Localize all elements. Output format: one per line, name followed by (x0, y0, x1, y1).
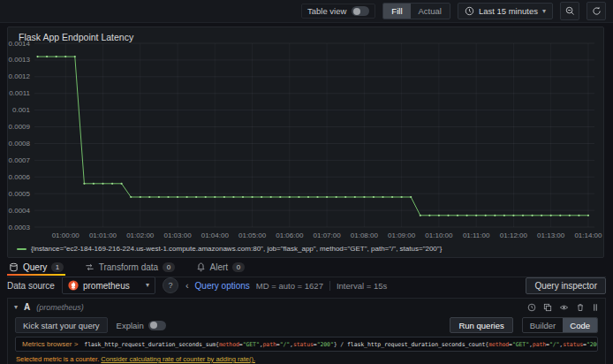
latency-chart[interactable]: 0.00140.00130.00120.00110.0010.00090.000… (8, 27, 603, 243)
duplicate-icon[interactable] (543, 303, 552, 312)
tab-query-count: 1 (51, 262, 63, 272)
svg-text:0.0004: 0.0004 (9, 207, 31, 215)
eye-icon[interactable] (559, 303, 569, 312)
interval-summary: Interval = 15s (337, 281, 387, 291)
zoom-out-button[interactable] (560, 2, 579, 20)
chart-legend[interactable]: {instance="ec2-184-169-216-224.us-west-1… (17, 245, 442, 253)
svg-text:0.001: 0.001 (12, 106, 31, 114)
actual-button[interactable]: Actual (411, 4, 450, 19)
svg-text:0.0012: 0.0012 (9, 72, 31, 80)
svg-text:0.0003: 0.0003 (9, 224, 31, 231)
code-option[interactable]: Code (563, 318, 597, 332)
tab-alert-label: Alert (210, 262, 229, 272)
svg-text:01:12:00: 01:12:00 (500, 231, 528, 239)
zoom-out-icon (565, 6, 575, 16)
datasource-help-button[interactable]: ? (163, 277, 178, 293)
clock-icon (465, 6, 474, 16)
transform-icon (85, 262, 95, 272)
query-code-field[interactable]: Metrics browser > flask_http_request_dur… (15, 337, 598, 352)
svg-text:0.0007: 0.0007 (9, 156, 31, 164)
warning-rate-link[interactable]: Consider calculating rate of counter by … (101, 355, 255, 363)
svg-text:01:01:00: 01:01:00 (89, 231, 117, 239)
kick-start-query-button[interactable]: Kick start your query (15, 317, 108, 333)
chevron-left-icon: ‹ (185, 281, 189, 291)
explain-group: Explain (117, 321, 166, 330)
top-toolbar: Table view Fill Actual Last 15 minutes ▾ (0, 0, 613, 23)
svg-text:01:13:00: 01:13:00 (537, 231, 565, 239)
legend-series-label: {instance="ec2-184-169-216-224.us-west-1… (31, 245, 442, 253)
datasource-select[interactable]: prometheus ▾ (62, 277, 155, 294)
fill-button[interactable]: Fill (383, 4, 410, 19)
svg-text:0.0005: 0.0005 (9, 190, 31, 198)
counter-warning: Selected metric is a counter. Consider c… (8, 354, 605, 364)
editor-tabs: Query 1 Transform data 0 Alert 0 (7, 262, 606, 277)
collapse-chevron-icon[interactable]: ▾ (14, 304, 18, 311)
query-row-header[interactable]: ▾ A (prometheus) (8, 299, 605, 315)
svg-text:01:05:00: 01:05:00 (238, 231, 267, 239)
svg-text:01:04:00: 01:04:00 (201, 231, 230, 239)
panel-title: Flask App Endpoint Latency (19, 32, 133, 42)
svg-text:01:00:00: 01:00:00 (52, 231, 80, 239)
tab-transform-label: Transform data (99, 262, 158, 272)
svg-text:01:09:00: 01:09:00 (388, 231, 416, 239)
tab-alert-count: 0 (232, 262, 244, 272)
history-icon[interactable] (527, 303, 536, 312)
grafana-panel-editor: Table view Fill Actual Last 15 minutes ▾ (0, 0, 613, 364)
svg-text:01:03:00: 01:03:00 (163, 231, 192, 239)
query-toolbar-row: Kick start your query Explain Run querie… (8, 315, 605, 336)
metrics-browser-toggle[interactable]: Metrics browser > (22, 340, 78, 348)
warning-text: Selected metric is a counter. (16, 355, 99, 363)
query-ref-id: A (24, 302, 30, 312)
refresh-icon (592, 6, 602, 16)
builder-code-toggle: Builder Code (522, 317, 598, 333)
svg-text:01:07:00: 01:07:00 (314, 231, 342, 239)
query-editor-section: ▾ A (prometheus) (7, 298, 606, 364)
query-datasource-hint: (prometheus) (36, 303, 84, 312)
query-expression[interactable]: flask_http_request_duration_seconds_sum{… (84, 341, 598, 348)
table-view-toggle[interactable] (352, 6, 369, 16)
trash-icon[interactable] (576, 303, 585, 312)
active-tab-underline (7, 274, 65, 276)
divider (329, 281, 330, 291)
database-icon (9, 262, 19, 272)
table-view-label: Table view (307, 6, 346, 16)
bell-icon (196, 262, 206, 272)
query-inspector-button[interactable]: Query inspector (526, 277, 606, 294)
legend-swatch (17, 248, 26, 250)
explain-toggle[interactable] (148, 321, 166, 330)
table-view-group: Table view (301, 4, 375, 19)
svg-text:01:10:00: 01:10:00 (425, 231, 453, 239)
run-queries-button[interactable]: Run queries (450, 317, 512, 333)
explain-label: Explain (117, 321, 144, 330)
tab-transform-data[interactable]: Transform data 0 (83, 262, 177, 275)
svg-text:0.0009: 0.0009 (9, 123, 31, 131)
query-options-group: ‹ Query options MD = auto = 1627 Interva… (185, 281, 387, 291)
svg-text:0.0011: 0.0011 (9, 89, 30, 97)
chevron-down-icon: ▾ (146, 282, 149, 289)
svg-text:0.0006: 0.0006 (9, 173, 31, 181)
builder-option[interactable]: Builder (523, 318, 564, 332)
query-options-toggle[interactable]: Query options (195, 281, 250, 291)
prometheus-icon (68, 280, 79, 291)
latency-panel: Flask App Endpoint Latency 0.00140.00130… (7, 27, 604, 258)
help-icon: ? (168, 281, 172, 290)
svg-text:01:11:00: 01:11:00 (463, 231, 490, 239)
svg-text:01:06:00: 01:06:00 (276, 231, 304, 239)
chevron-down-icon: ▾ (542, 8, 546, 15)
tab-query[interactable]: Query 1 (7, 262, 65, 275)
svg-text:01:02:00: 01:02:00 (126, 231, 155, 239)
datasource-label: Data source (7, 281, 55, 291)
time-range-label: Last 15 minutes (479, 6, 538, 16)
tab-alert[interactable]: Alert 0 (194, 262, 246, 275)
drag-handle-icon[interactable] (592, 303, 599, 312)
max-data-points-summary: MD = auto = 1627 (256, 281, 323, 291)
tab-query-label: Query (23, 262, 47, 272)
svg-text:0.0013: 0.0013 (9, 56, 31, 64)
time-range-picker[interactable]: Last 15 minutes ▾ (458, 3, 553, 19)
svg-text:01:14:00: 01:14:00 (574, 231, 602, 239)
refresh-button[interactable] (587, 2, 606, 20)
svg-text:0.0008: 0.0008 (9, 140, 31, 148)
tab-transform-count: 0 (163, 262, 174, 272)
svg-text:01:08:00: 01:08:00 (351, 231, 379, 239)
datasource-name: prometheus (83, 281, 141, 291)
